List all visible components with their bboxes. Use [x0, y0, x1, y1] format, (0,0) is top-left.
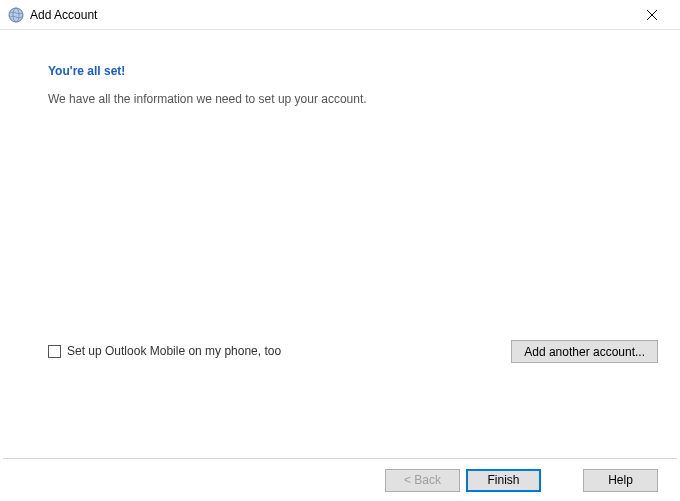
checkbox-icon: [48, 345, 61, 358]
content-area: You're all set! We have all the informat…: [0, 30, 680, 106]
finish-button[interactable]: Finish: [466, 469, 541, 492]
titlebar: Add Account: [0, 0, 680, 30]
back-button: < Back: [385, 469, 460, 492]
help-button[interactable]: Help: [583, 469, 658, 492]
setup-mobile-checkbox[interactable]: Set up Outlook Mobile on my phone, too: [48, 344, 281, 358]
heading: You're all set!: [48, 64, 632, 78]
checkbox-label: Set up Outlook Mobile on my phone, too: [67, 344, 281, 358]
svg-point-0: [9, 8, 23, 22]
window-title: Add Account: [30, 8, 632, 22]
footer: < Back Finish Help: [0, 459, 680, 501]
globe-icon: [8, 7, 24, 23]
add-another-account-button[interactable]: Add another account...: [511, 340, 658, 363]
close-button[interactable]: [632, 1, 672, 29]
description: We have all the information we need to s…: [48, 92, 632, 106]
close-icon: [647, 10, 657, 20]
add-another-container: Add another account...: [511, 340, 658, 363]
